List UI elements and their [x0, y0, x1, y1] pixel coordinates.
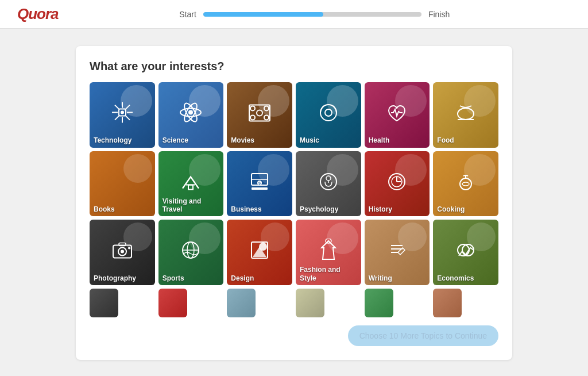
- topic-movies[interactable]: Movies: [227, 82, 292, 148]
- topic-psychology-label: Psychology: [296, 202, 342, 216]
- topic-art[interactable]: [158, 289, 187, 317]
- svg-point-21: [325, 109, 332, 116]
- topic-fashion-label: Fashion and Style: [296, 263, 361, 285]
- topic-design-label: Design: [227, 271, 258, 285]
- topic-sports-label: Sports: [158, 271, 188, 285]
- svg-point-18: [264, 115, 269, 120]
- svg-point-10: [188, 110, 193, 114]
- topic-people-label: [433, 312, 441, 317]
- topic-sports[interactable]: Sports: [158, 220, 224, 285]
- progress-finish-label: Finish: [428, 10, 450, 19]
- svg-point-22: [458, 108, 474, 120]
- svg-point-32: [326, 176, 331, 181]
- svg-point-19: [257, 110, 262, 116]
- svg-point-40: [462, 182, 469, 186]
- progress-start-label: Start: [179, 10, 196, 19]
- svg-rect-25: [188, 185, 193, 189]
- topic-music[interactable]: Music: [296, 82, 361, 148]
- topic-health-label: Health: [365, 133, 394, 147]
- header: Quora Start Finish: [0, 0, 588, 29]
- topic-business-label: Business: [227, 202, 265, 216]
- topic-history-label: History: [365, 202, 396, 216]
- topic-technology-label: Technology: [90, 133, 136, 147]
- svg-rect-44: [119, 243, 126, 246]
- topic-computers-label: [365, 312, 373, 317]
- svg-point-16: [264, 106, 269, 110]
- svg-text:$: $: [258, 181, 261, 186]
- interests-card: What are your interests? Tec: [76, 46, 512, 360]
- topic-people[interactable]: [433, 289, 462, 317]
- topic-travel-label: Visiting and Travel: [158, 194, 224, 217]
- svg-point-45: [128, 247, 130, 250]
- svg-line-6: [126, 116, 130, 120]
- topic-education-label: [296, 312, 304, 317]
- topic-photography-label: Photography: [90, 271, 140, 285]
- topic-computers[interactable]: [365, 289, 393, 317]
- logo: Quora: [17, 5, 59, 23]
- svg-rect-26: [252, 187, 268, 190]
- topic-art-label: [158, 312, 167, 317]
- topic-nature-label: [227, 312, 235, 317]
- topic-writing-label: Writing: [365, 271, 396, 285]
- continue-button[interactable]: Choose 10 More Topics to Continue: [348, 325, 498, 346]
- topic-music-label: Music: [296, 133, 323, 147]
- topic-health[interactable]: Health: [365, 82, 430, 148]
- topic-science-label: Science: [158, 133, 192, 147]
- topic-history[interactable]: History: [365, 151, 430, 217]
- topic-design[interactable]: Design: [227, 220, 292, 285]
- topic-math-label: [90, 312, 98, 317]
- topic-nature[interactable]: [227, 289, 256, 317]
- topic-education[interactable]: [296, 289, 324, 317]
- svg-line-5: [115, 105, 119, 109]
- svg-point-15: [250, 106, 255, 110]
- topic-math[interactable]: [90, 289, 118, 317]
- progress-container: Start Finish: [59, 10, 571, 19]
- topic-cooking-label: Cooking: [433, 202, 469, 216]
- svg-point-43: [121, 250, 124, 254]
- main-content: What are your interests? Tec: [0, 29, 588, 376]
- topic-psychology[interactable]: Psychology: [296, 151, 361, 217]
- topic-writing[interactable]: Writing: [365, 220, 430, 285]
- topic-business[interactable]: $ Business: [227, 151, 292, 217]
- topic-food-label: Food: [433, 133, 458, 147]
- topic-economics-label: Economics: [433, 271, 478, 285]
- svg-rect-14: [249, 105, 270, 121]
- svg-point-38: [460, 178, 471, 190]
- topic-fashion[interactable]: Fashion and Style: [296, 220, 361, 285]
- topic-movies-label: Movies: [227, 133, 258, 147]
- card-title: What are your interests?: [90, 60, 498, 73]
- bottom-bar: Choose 10 More Topics to Continue: [90, 325, 498, 346]
- svg-line-7: [126, 105, 130, 109]
- svg-line-8: [115, 116, 119, 120]
- svg-point-17: [250, 115, 255, 120]
- topic-science[interactable]: Science: [158, 82, 224, 148]
- svg-point-9: [121, 110, 124, 114]
- topic-economics[interactable]: Economics: [433, 220, 498, 285]
- topic-photography[interactable]: Photography: [90, 220, 155, 285]
- progress-fill: [203, 12, 323, 17]
- topic-cooking[interactable]: Cooking: [433, 151, 498, 217]
- progress-track: [203, 12, 421, 17]
- topic-food[interactable]: Food: [433, 82, 498, 148]
- topic-travel[interactable]: Visiting and Travel: [158, 151, 224, 217]
- topic-books-label: Books: [90, 202, 119, 216]
- topic-technology[interactable]: Technology: [90, 82, 155, 148]
- topic-books[interactable]: Books: [90, 151, 155, 217]
- topics-grid: Technology Science: [90, 82, 498, 317]
